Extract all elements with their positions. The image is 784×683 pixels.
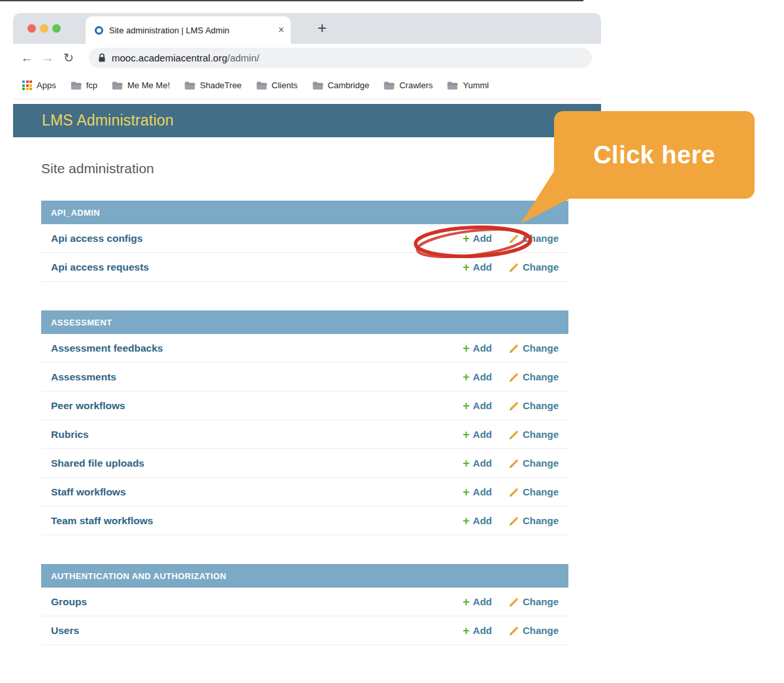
- bookmark-folder[interactable]: Crawlers: [384, 80, 433, 90]
- plus-icon: +: [463, 515, 470, 527]
- plus-icon: +: [463, 261, 470, 273]
- url-path: /admin/: [227, 52, 259, 63]
- plus-icon: +: [463, 371, 470, 383]
- change-link[interactable]: Change: [509, 400, 559, 411]
- model-link[interactable]: Assessments: [51, 371, 116, 383]
- address-bar[interactable]: mooc.academiacentral.org/admin/: [89, 48, 592, 68]
- page-content: Site administration API_ADMIN Api access…: [13, 137, 601, 645]
- model-link[interactable]: Shared file uploads: [51, 458, 144, 469]
- pencil-icon: [509, 343, 519, 354]
- row-actions: +Add Change: [463, 342, 559, 354]
- change-link[interactable]: Change: [509, 261, 559, 273]
- bookmark-apps[interactable]: Apps: [22, 80, 56, 90]
- model-link[interactable]: Peer workflows: [51, 400, 125, 412]
- click-here-callout: Click here: [554, 111, 755, 199]
- change-label: Change: [523, 429, 559, 440]
- tab-title: Site administration | LMS Admin: [109, 25, 274, 35]
- apps-grid-icon: [22, 80, 32, 90]
- add-label: Add: [473, 342, 492, 354]
- bookmark-folder[interactable]: Yumml: [447, 80, 489, 90]
- pencil-icon: [509, 487, 519, 497]
- add-link[interactable]: +Add: [463, 458, 492, 469]
- zoom-window-button[interactable]: [52, 24, 61, 33]
- folder-icon: [384, 81, 395, 90]
- section-caption[interactable]: API_ADMIN: [41, 201, 568, 224]
- bookmark-label: Cambridge: [328, 80, 370, 90]
- minimize-window-button[interactable]: [40, 24, 48, 33]
- browser-window: Site administration | LMS Admin × + ← → …: [13, 13, 601, 683]
- section-caption[interactable]: AUTHENTICATION AND AUTHORIZATION: [41, 564, 568, 588]
- model-link[interactable]: Staff workflows: [51, 486, 126, 498]
- pencil-icon: [509, 429, 519, 440]
- site-name[interactable]: LMS Administration: [42, 112, 174, 129]
- add-label: Add: [473, 429, 492, 440]
- add-link[interactable]: +Add: [463, 261, 492, 273]
- bookmark-folder[interactable]: Clients: [256, 80, 298, 90]
- model-link[interactable]: Rubrics: [51, 429, 89, 441]
- model-link[interactable]: Assessment feedbacks: [51, 342, 163, 354]
- change-label: Change: [523, 261, 559, 273]
- model-link[interactable]: Api access configs: [51, 233, 142, 244]
- add-link[interactable]: +Add: [463, 486, 492, 498]
- change-link[interactable]: Change: [509, 515, 559, 526]
- screenshot-top-edge: [0, 0, 583, 1]
- change-link[interactable]: Change: [509, 458, 559, 469]
- row-actions: +Add Change: [463, 400, 559, 412]
- reload-icon[interactable]: ↻: [61, 50, 76, 65]
- add-link[interactable]: +Add: [463, 515, 492, 527]
- change-link[interactable]: Change: [509, 486, 559, 497]
- row-actions: +Add Change: [463, 371, 559, 383]
- bookmark-label: Clients: [272, 80, 298, 90]
- forward-icon[interactable]: →: [41, 51, 55, 65]
- new-tab-button[interactable]: +: [312, 18, 332, 38]
- pencil-icon: [509, 625, 519, 636]
- bookmark-label: ShadeTree: [200, 80, 242, 90]
- add-label: Add: [473, 261, 492, 273]
- section-authentication: AUTHENTICATION AND AUTHORIZATION Groups …: [41, 564, 568, 645]
- plus-icon: +: [463, 400, 470, 412]
- model-link[interactable]: Users: [51, 625, 79, 637]
- pencil-icon: [509, 372, 519, 382]
- pencil-icon: [509, 458, 519, 469]
- add-link[interactable]: +Add: [463, 400, 492, 412]
- change-link[interactable]: Change: [509, 429, 559, 440]
- add-link[interactable]: +Add: [463, 429, 492, 441]
- model-link[interactable]: Team staff workflows: [51, 515, 153, 527]
- add-link[interactable]: +Add: [463, 596, 492, 608]
- bookmark-folder[interactable]: Cambridge: [312, 80, 370, 90]
- add-link[interactable]: +Add: [463, 342, 492, 354]
- browser-toolbar: ← → ↻ mooc.academiacentral.org/admin/: [13, 44, 601, 72]
- browser-tab[interactable]: Site administration | LMS Admin ×: [86, 16, 291, 44]
- bookmark-folder[interactable]: fcp: [71, 80, 97, 90]
- add-link[interactable]: +Add: [463, 371, 492, 383]
- bookmark-folder[interactable]: Me Me Me!: [112, 80, 170, 90]
- model-link[interactable]: Api access requests: [51, 261, 149, 273]
- close-tab-icon[interactable]: ×: [278, 25, 284, 35]
- bookmark-folder[interactable]: ShadeTree: [184, 80, 242, 90]
- change-label: Change: [523, 596, 559, 607]
- table-row: Staff workflows +Add Change: [41, 478, 568, 507]
- change-link[interactable]: Change: [509, 342, 559, 354]
- row-actions: +Add Change: [463, 429, 559, 441]
- table-row: Team staff workflows +Add Change: [41, 507, 568, 535]
- change-label: Change: [523, 625, 559, 636]
- model-link[interactable]: Groups: [51, 596, 87, 608]
- close-window-button[interactable]: [27, 24, 36, 33]
- folder-icon: [256, 81, 267, 90]
- add-link[interactable]: +Add: [463, 625, 492, 637]
- window-controls: [27, 24, 61, 33]
- callout-text: Click here: [593, 141, 715, 169]
- change-label: Change: [523, 342, 559, 354]
- lock-icon: [98, 53, 106, 63]
- table-row: Users +Add Change: [41, 616, 568, 645]
- change-link[interactable]: Change: [509, 596, 559, 607]
- back-icon[interactable]: ←: [20, 51, 34, 65]
- plus-icon: +: [463, 458, 470, 469]
- change-link[interactable]: Change: [509, 625, 559, 636]
- row-actions: +Add Change: [463, 625, 559, 637]
- section-caption[interactable]: ASSESSMENT: [41, 310, 568, 334]
- folder-icon: [447, 81, 458, 90]
- change-link[interactable]: Change: [509, 371, 559, 382]
- change-label: Change: [523, 486, 559, 497]
- table-row: Groups +Add Change: [41, 588, 568, 616]
